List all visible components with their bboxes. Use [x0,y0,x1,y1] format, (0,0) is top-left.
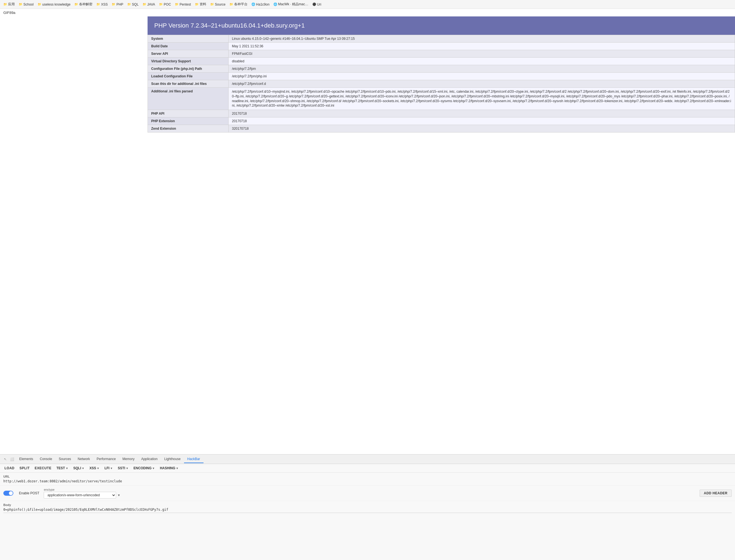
table-row: PHP API20170718 [148,110,735,117]
bookmark-label: 各种平台 [234,2,248,7]
table-cell-value: 20170718 [229,117,735,125]
folder-icon: 📁 [195,3,199,6]
folder-icon: 📁 [74,3,78,6]
table-row: Build DateMay 1 2021 11:52:36 [148,43,735,50]
bookmark-item[interactable]: 📁POC [157,2,173,7]
table-row: Scan this dir for additional .ini files/… [148,80,735,88]
table-cell-value: disabled [229,58,735,65]
gif-label-text: GIF89a [3,11,15,15]
table-cell-key: Server API [148,50,229,58]
bookmark-label: MacWk · 精品mac… [278,2,308,7]
table-cell-key: Virtual Directory Support [148,58,229,65]
table-row: PHP Extension20170718 [148,117,735,125]
table-cell-key: PHP Extension [148,117,229,125]
table-cell-key: PHP API [148,110,229,117]
php-info-wrapper: PHP Version 7.2.34–21+ubuntu16.04.1+deb.… [148,16,735,132]
bookmark-item[interactable]: 📁SQL [126,2,140,7]
globe-icon: 🌐 [251,3,255,6]
bookmark-label: Source [215,3,226,6]
table-cell-key: Scan this dir for additional .ini files [148,80,229,88]
table-cell-key: Loaded Configuration File [148,73,229,80]
php-version-title: PHP Version 7.2.34–21+ubuntu16.04.1+deb.… [154,22,305,29]
table-row: Loaded Configuration File/etc/php/7.2/fp… [148,73,735,80]
bookmark-item[interactable]: 📁useless knowledge [36,2,72,7]
table-row: SystemLinux ubuntu 4.15.0–142–generic #1… [148,35,735,43]
bookmark-item[interactable]: 🌐Ha1c9on [250,2,271,7]
folder-icon: 📁 [112,3,116,6]
folder-icon: 📁 [38,3,41,6]
folder-icon: 📁 [210,3,214,6]
bookmark-item[interactable]: 📁应用 [2,1,16,7]
bookmark-item[interactable]: 📁JAVA [141,2,157,7]
bookmark-label: SQL [132,3,139,6]
bookmark-label: 各种解密 [79,2,92,7]
table-row: Zend Extension320170718 [148,125,735,132]
folder-icon: 📁 [159,3,163,6]
php-header: PHP Version 7.2.34–21+ubuntu16.04.1+deb.… [148,16,735,35]
gif-label: GIF89a [0,9,735,16]
table-cell-value: Linux ubuntu 4.15.0–142–generic #146~16.… [229,35,735,43]
bookmark-item[interactable]: ⚫Uri [311,2,323,7]
github-icon: ⚫ [312,3,316,6]
folder-icon: 📁 [143,3,146,6]
bookmark-item[interactable]: 📁资料 [193,1,208,7]
bookmark-item[interactable]: 📁各种解密 [73,1,94,7]
table-cell-key: System [148,35,229,43]
bookmark-item[interactable]: 📁Pentest [173,2,193,7]
devtools-panel: ↖ ⬜ ElementsConsoleSourcesNetworkPerform… [0,454,735,455]
bookmark-item[interactable]: 🌐MacWk · 精品mac… [272,1,310,7]
table-cell-value: /etc/php/7.2/fpm/conf.d/10–mysqInd.ini, … [229,88,735,110]
php-info-table: SystemLinux ubuntu 4.15.0–142–generic #1… [148,35,735,132]
table-cell-key: Additional .ini files parsed [148,88,229,110]
bookmarks-bar: 📁应用📁School📁useless knowledge📁各种解密📁XSS📁PH… [0,0,735,9]
bookmark-label: Uri [317,3,321,6]
table-cell-value: 20170718 [229,110,735,117]
bookmark-label: Pentest [180,3,191,6]
bookmark-item[interactable]: 📁School [17,2,35,7]
folder-icon: 📁 [96,3,100,6]
bookmark-label: PHP [116,3,123,6]
table-cell-value: 320170718 [229,125,735,132]
table-row: Virtual Directory Supportdisabled [148,58,735,65]
bookmark-label: 应用 [8,2,15,7]
folder-icon: 📁 [19,3,23,6]
folder-icon: 📁 [3,3,7,6]
table-cell-value: FPM/FastCGI [229,50,735,58]
bookmark-label: School [23,3,34,6]
table-cell-value: /etc/php/7.2/fpm/php.ini [229,73,735,80]
table-cell-value: /etc/php/7.2/fpm/conf.d [229,80,735,88]
table-cell-key: Zend Extension [148,125,229,132]
table-row: Server APIFPM/FastCGI [148,50,735,58]
table-row: Configuration File (php.ini) Path/etc/ph… [148,65,735,73]
bookmark-item[interactable]: 📁PHP [110,2,125,7]
table-cell-key: Build Date [148,43,229,50]
bookmark-label: useless knowledge [42,3,70,6]
folder-icon: 📁 [175,3,179,6]
bookmark-label: Ha1c9on [256,3,269,6]
globe-icon: 🌐 [273,3,277,6]
table-cell-value: May 1 2021 11:52:36 [229,43,735,50]
bookmark-label: 资料 [200,2,206,7]
folder-icon: 📁 [127,3,131,6]
folder-icon: 📁 [229,3,233,6]
bookmark-label: POC [164,3,171,6]
bookmark-label: XSS [101,3,108,6]
main-content: PHP Version 7.2.34–21+ubuntu16.04.1+deb.… [0,16,735,455]
bookmark-item[interactable]: 📁Source [209,2,227,7]
bookmark-label: JAVA [147,3,155,6]
bookmark-item[interactable]: 📁XSS [95,2,109,7]
table-cell-key: Configuration File (php.ini) Path [148,65,229,73]
table-cell-value: /etc/php/7.2/fpm [229,65,735,73]
bookmark-item[interactable]: 📁各种平台 [228,1,249,7]
table-row: Additional .ini files parsed/etc/php/7.2… [148,88,735,110]
